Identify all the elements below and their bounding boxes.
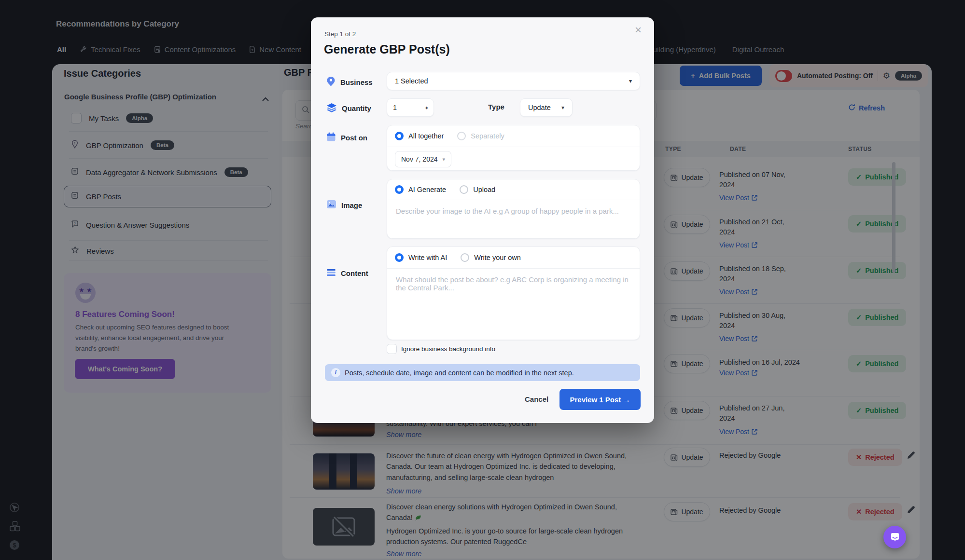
image-prompt-textarea[interactable]: [387, 200, 640, 238]
image-group: AI Generate Upload: [387, 179, 640, 239]
map-pin-icon: [326, 76, 336, 88]
image-options: AI Generate Upload: [387, 179, 640, 200]
ignore-background-checkbox-row[interactable]: Ignore business background info: [387, 344, 495, 354]
layers-icon: [326, 103, 337, 114]
stepper-arrows-icon[interactable]: ▴▾: [425, 107, 428, 108]
app-screen: Recommendations by Category All Technica…: [0, 0, 965, 560]
chat-widget-button[interactable]: [883, 526, 906, 548]
generate-gbp-post-modal: Step 1 of 2 Generate GBP Post(s) × Busin…: [311, 17, 654, 423]
quantity-label-group: Quantity: [326, 103, 371, 114]
business-label-group: Business: [326, 76, 373, 88]
radio-write-with-ai[interactable]: [395, 253, 404, 262]
content-prompt-textarea[interactable]: [387, 269, 640, 340]
post-on-options: All together Separately: [387, 125, 640, 147]
post-on-label-group: Post on: [326, 132, 367, 143]
radio-all-together[interactable]: [395, 132, 404, 140]
business-select[interactable]: 1 Selected ▾: [387, 72, 640, 90]
step-indicator: Step 1 of 2: [324, 30, 356, 38]
checkbox-icon[interactable]: [387, 344, 397, 354]
type-label: Type: [488, 103, 504, 111]
content-label-group: Content: [326, 269, 368, 278]
image-label-group: Image: [326, 200, 362, 210]
quantity-stepper[interactable]: 1 ▴▾: [387, 98, 434, 117]
date-select[interactable]: Nov 7, 2024 ▾: [395, 151, 451, 167]
modal-title: Generate GBP Post(s): [324, 42, 450, 56]
close-icon[interactable]: ×: [635, 24, 642, 36]
radio-upload[interactable]: [460, 185, 468, 194]
calendar-icon: [326, 132, 336, 143]
content-options: Write with AI Write your own: [387, 247, 640, 269]
info-banner: i Posts, schedule date, image and conten…: [325, 364, 640, 381]
cancel-button[interactable]: Cancel: [525, 395, 548, 403]
radio-write-your-own[interactable]: [461, 253, 469, 262]
type-select[interactable]: Update ▾: [520, 98, 573, 117]
post-on-group: All together Separately Nov 7, 2024 ▾: [387, 125, 640, 171]
content-group: Write with AI Write your own: [387, 246, 640, 340]
radio-ai-generate[interactable]: [395, 185, 404, 194]
info-icon: i: [331, 368, 340, 377]
content-lines-icon: [326, 269, 336, 278]
chat-icon: [890, 532, 900, 543]
radio-separately[interactable]: [457, 132, 466, 140]
preview-post-button[interactable]: Preview 1 Post →: [559, 389, 641, 410]
chevron-down-icon: ▾: [561, 104, 564, 111]
image-icon: [326, 200, 336, 210]
chevron-down-icon: ▾: [629, 78, 632, 84]
chevron-down-icon: ▾: [443, 156, 446, 163]
